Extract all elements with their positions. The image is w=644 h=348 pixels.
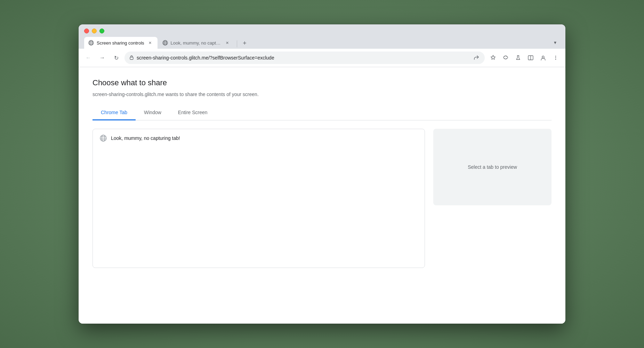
share-tab-chrome[interactable]: Chrome Tab [92, 105, 136, 120]
url-text: screen-sharing-controls.glitch.me/?selfB… [137, 55, 470, 61]
share-tabs: Chrome Tab Window Entire Screen [92, 105, 552, 120]
bookmark-icon[interactable] [488, 52, 499, 63]
lab-icon[interactable] [513, 52, 524, 63]
preview-placeholder: Select a tab to preview [468, 164, 517, 170]
forward-button[interactable]: → [97, 52, 108, 63]
close-button[interactable] [84, 29, 89, 33]
list-item-title: Look, mummy, no capturing tab! [111, 135, 180, 141]
tab1-title: Screen sharing controls [97, 40, 144, 46]
tab-list: Look, mummy, no capturing tab! [92, 129, 425, 268]
share-tab-entire-screen[interactable]: Entire Screen [170, 105, 216, 120]
list-item[interactable]: Look, mummy, no capturing tab! [94, 130, 423, 146]
tab-favicon-2 [162, 40, 168, 46]
dialog-subtitle: screen-sharing-controls.glitch.me wants … [92, 92, 552, 97]
traffic-lights [84, 29, 560, 33]
browser-window: Screen sharing controls ✕ Look, mummy, n… [79, 24, 565, 324]
tab1-close[interactable]: ✕ [147, 40, 153, 46]
svg-point-17 [555, 59, 556, 60]
tab-look-mummy[interactable]: Look, mummy, no capturing ta ✕ [158, 37, 235, 49]
svg-point-14 [542, 56, 544, 58]
menu-icon[interactable] [550, 52, 561, 63]
tabs-row: Screen sharing controls ✕ Look, mummy, n… [84, 37, 560, 49]
reload-button[interactable]: ↻ [111, 52, 122, 63]
new-tab-button[interactable]: + [240, 38, 250, 48]
share-content: Look, mummy, no capturing tab! Select a … [92, 129, 552, 268]
toolbar: ← → ↻ screen-sharing-controls.glitch.me/… [79, 49, 565, 67]
extension-icon[interactable] [500, 52, 511, 63]
address-bar[interactable]: screen-sharing-controls.glitch.me/?selfB… [124, 52, 485, 64]
split-view-icon[interactable] [525, 52, 536, 63]
tab-screen-sharing[interactable]: Screen sharing controls ✕ [84, 37, 158, 49]
preview-area: Select a tab to preview [433, 129, 552, 205]
back-button[interactable]: ← [83, 52, 94, 63]
share-page-icon[interactable] [473, 54, 480, 61]
tab2-close[interactable]: ✕ [224, 40, 231, 46]
minimize-button[interactable] [92, 29, 97, 33]
toolbar-icons [488, 52, 561, 63]
page-content: Choose what to share screen-sharing-cont… [79, 67, 565, 324]
lock-icon [129, 55, 134, 61]
share-tab-window[interactable]: Window [136, 105, 170, 120]
svg-point-15 [555, 56, 556, 56]
svg-rect-10 [130, 57, 133, 60]
tabs-right: ▾ [550, 38, 560, 49]
tab-favicon-1 [88, 40, 94, 46]
account-icon[interactable] [538, 52, 549, 63]
tab-separator [237, 40, 237, 47]
svg-point-16 [555, 57, 556, 58]
dialog-title: Choose what to share [92, 78, 552, 87]
tab-dropdown-button[interactable]: ▾ [550, 38, 560, 47]
maximize-button[interactable] [99, 29, 104, 33]
tab2-title: Look, mummy, no capturing ta [171, 40, 222, 46]
title-bar: Screen sharing controls ✕ Look, mummy, n… [79, 24, 565, 49]
list-item-favicon [100, 135, 107, 142]
